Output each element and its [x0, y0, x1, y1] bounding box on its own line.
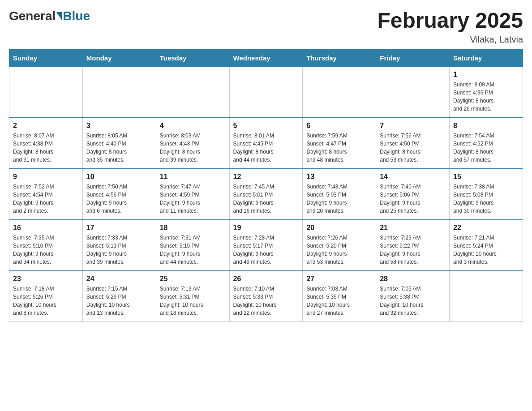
day-info: Sunrise: 7:21 AM Sunset: 5:24 PM Dayligh…: [453, 234, 519, 266]
calendar-week-row: 23Sunrise: 7:18 AM Sunset: 5:26 PM Dayli…: [9, 271, 523, 322]
day-info: Sunrise: 7:45 AM Sunset: 5:01 PM Dayligh…: [233, 183, 299, 215]
day-info: Sunrise: 7:35 AM Sunset: 5:10 PM Dayligh…: [13, 234, 79, 266]
day-info: Sunrise: 8:09 AM Sunset: 4:36 PM Dayligh…: [453, 81, 519, 113]
day-number: 3: [86, 122, 152, 130]
title-area: February 2025 Vilaka, Latvia: [377, 9, 523, 45]
calendar-day-cell: 21Sunrise: 7:23 AM Sunset: 5:22 PM Dayli…: [376, 220, 450, 271]
calendar-day-cell: 8Sunrise: 7:54 AM Sunset: 4:52 PM Daylig…: [450, 118, 523, 169]
calendar-day-cell: [229, 67, 303, 118]
calendar-day-header: Friday: [376, 49, 450, 67]
calendar-day-cell: 24Sunrise: 7:15 AM Sunset: 5:29 PM Dayli…: [82, 271, 156, 322]
day-number: 6: [306, 122, 372, 130]
logo: General Blue: [9, 9, 90, 23]
day-info: Sunrise: 7:43 AM Sunset: 5:03 PM Dayligh…: [306, 183, 372, 215]
calendar-day-cell: 23Sunrise: 7:18 AM Sunset: 5:26 PM Dayli…: [9, 271, 83, 322]
calendar-day-cell: 5Sunrise: 8:01 AM Sunset: 4:45 PM Daylig…: [229, 118, 303, 169]
calendar-week-row: 2Sunrise: 8:07 AM Sunset: 4:38 PM Daylig…: [9, 118, 523, 169]
calendar-week-row: 9Sunrise: 7:52 AM Sunset: 4:54 PM Daylig…: [9, 169, 523, 220]
calendar-day-header: Thursday: [303, 49, 376, 67]
day-number: 2: [13, 122, 79, 130]
calendar-day-cell: 7Sunrise: 7:56 AM Sunset: 4:50 PM Daylig…: [376, 118, 450, 169]
day-number: 17: [86, 224, 152, 232]
day-number: 7: [380, 122, 446, 130]
calendar-day-cell: 9Sunrise: 7:52 AM Sunset: 4:54 PM Daylig…: [9, 169, 83, 220]
calendar-header-row: SundayMondayTuesdayWednesdayThursdayFrid…: [9, 49, 523, 67]
calendar-week-row: 1Sunrise: 8:09 AM Sunset: 4:36 PM Daylig…: [9, 67, 523, 118]
calendar-day-cell: 11Sunrise: 7:47 AM Sunset: 4:59 PM Dayli…: [156, 169, 229, 220]
day-info: Sunrise: 7:31 AM Sunset: 5:15 PM Dayligh…: [160, 234, 226, 266]
logo-arrow-icon: [56, 12, 62, 20]
calendar-day-cell: 3Sunrise: 8:05 AM Sunset: 4:40 PM Daylig…: [82, 118, 156, 169]
day-number: 20: [306, 224, 372, 232]
day-info: Sunrise: 8:01 AM Sunset: 4:45 PM Dayligh…: [233, 132, 299, 164]
day-info: Sunrise: 7:05 AM Sunset: 5:38 PM Dayligh…: [380, 285, 446, 317]
day-number: 12: [233, 173, 299, 181]
calendar-day-header: Sunday: [9, 49, 83, 67]
day-number: 4: [160, 122, 226, 130]
day-info: Sunrise: 7:26 AM Sunset: 5:20 PM Dayligh…: [306, 234, 372, 266]
day-info: Sunrise: 7:23 AM Sunset: 5:22 PM Dayligh…: [380, 234, 446, 266]
day-number: 8: [453, 122, 519, 130]
day-number: 16: [13, 224, 79, 232]
day-number: 19: [233, 224, 299, 232]
calendar-day-cell: 20Sunrise: 7:26 AM Sunset: 5:20 PM Dayli…: [303, 220, 376, 271]
calendar-day-cell: 12Sunrise: 7:45 AM Sunset: 5:01 PM Dayli…: [229, 169, 303, 220]
calendar-day-cell: 4Sunrise: 8:03 AM Sunset: 4:43 PM Daylig…: [156, 118, 229, 169]
day-number: 15: [453, 173, 519, 181]
calendar-day-cell: 22Sunrise: 7:21 AM Sunset: 5:24 PM Dayli…: [450, 220, 523, 271]
calendar-day-cell: 18Sunrise: 7:31 AM Sunset: 5:15 PM Dayli…: [156, 220, 229, 271]
day-info: Sunrise: 7:18 AM Sunset: 5:26 PM Dayligh…: [13, 285, 79, 317]
calendar-day-cell: 25Sunrise: 7:13 AM Sunset: 5:31 PM Dayli…: [156, 271, 229, 322]
day-info: Sunrise: 7:50 AM Sunset: 4:56 PM Dayligh…: [86, 183, 152, 215]
day-number: 26: [233, 275, 299, 283]
calendar-day-cell: 2Sunrise: 8:07 AM Sunset: 4:38 PM Daylig…: [9, 118, 83, 169]
day-number: 24: [86, 275, 152, 283]
day-info: Sunrise: 7:56 AM Sunset: 4:50 PM Dayligh…: [380, 132, 446, 164]
calendar-day-cell: 17Sunrise: 7:33 AM Sunset: 5:13 PM Dayli…: [82, 220, 156, 271]
day-number: 14: [380, 173, 446, 181]
day-number: 10: [86, 173, 152, 181]
day-number: 9: [13, 173, 79, 181]
calendar-day-cell: [450, 271, 523, 322]
calendar-day-cell: [303, 67, 376, 118]
day-info: Sunrise: 7:08 AM Sunset: 5:35 PM Dayligh…: [306, 285, 372, 317]
logo-blue: Blue: [63, 9, 90, 23]
calendar-day-header: Saturday: [450, 49, 523, 67]
calendar-day-cell: 13Sunrise: 7:43 AM Sunset: 5:03 PM Dayli…: [303, 169, 376, 220]
day-info: Sunrise: 7:15 AM Sunset: 5:29 PM Dayligh…: [86, 285, 152, 317]
logo-general: General: [9, 9, 56, 23]
day-info: Sunrise: 7:59 AM Sunset: 4:47 PM Dayligh…: [306, 132, 372, 164]
day-info: Sunrise: 7:52 AM Sunset: 4:54 PM Dayligh…: [13, 183, 79, 215]
location: Vilaka, Latvia: [377, 34, 523, 45]
day-info: Sunrise: 8:05 AM Sunset: 4:40 PM Dayligh…: [86, 132, 152, 164]
day-number: 11: [160, 173, 226, 181]
day-info: Sunrise: 7:54 AM Sunset: 4:52 PM Dayligh…: [453, 132, 519, 164]
calendar-day-cell: 14Sunrise: 7:40 AM Sunset: 5:06 PM Dayli…: [376, 169, 450, 220]
day-number: 25: [160, 275, 226, 283]
calendar-day-cell: [376, 67, 450, 118]
day-number: 23: [13, 275, 79, 283]
logo-text: General Blue: [9, 9, 90, 23]
calendar-day-cell: 26Sunrise: 7:10 AM Sunset: 5:33 PM Dayli…: [229, 271, 303, 322]
calendar-day-cell: [156, 67, 229, 118]
day-info: Sunrise: 8:03 AM Sunset: 4:43 PM Dayligh…: [160, 132, 226, 164]
day-info: Sunrise: 7:47 AM Sunset: 4:59 PM Dayligh…: [160, 183, 226, 215]
calendar-day-cell: 1Sunrise: 8:09 AM Sunset: 4:36 PM Daylig…: [450, 67, 523, 118]
calendar-day-header: Tuesday: [156, 49, 229, 67]
calendar-day-cell: [9, 67, 83, 118]
calendar-day-header: Monday: [82, 49, 156, 67]
calendar-day-cell: [82, 67, 156, 118]
day-number: 5: [233, 122, 299, 130]
calendar-day-cell: 28Sunrise: 7:05 AM Sunset: 5:38 PM Dayli…: [376, 271, 450, 322]
day-info: Sunrise: 7:13 AM Sunset: 5:31 PM Dayligh…: [160, 285, 226, 317]
calendar-week-row: 16Sunrise: 7:35 AM Sunset: 5:10 PM Dayli…: [9, 220, 523, 271]
day-number: 28: [380, 275, 446, 283]
page-header: General Blue February 2025 Vilaka, Latvi…: [9, 9, 523, 45]
calendar-day-cell: 27Sunrise: 7:08 AM Sunset: 5:35 PM Dayli…: [303, 271, 376, 322]
calendar-day-cell: 16Sunrise: 7:35 AM Sunset: 5:10 PM Dayli…: [9, 220, 83, 271]
day-info: Sunrise: 7:28 AM Sunset: 5:17 PM Dayligh…: [233, 234, 299, 266]
day-info: Sunrise: 8:07 AM Sunset: 4:38 PM Dayligh…: [13, 132, 79, 164]
month-title: February 2025: [377, 9, 523, 33]
calendar-day-header: Wednesday: [229, 49, 303, 67]
day-number: 13: [306, 173, 372, 181]
